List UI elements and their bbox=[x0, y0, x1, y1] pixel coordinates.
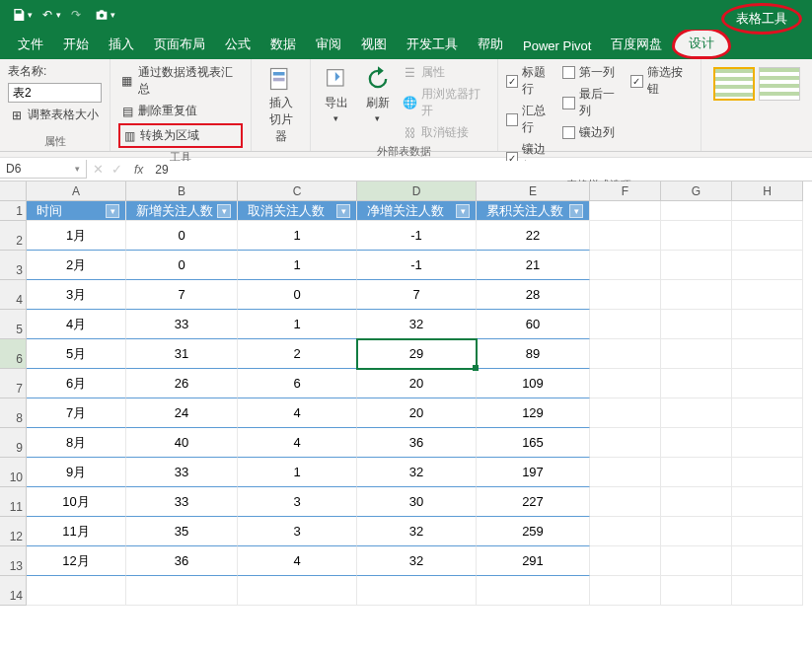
export-button[interactable]: 导出 ▾ bbox=[319, 63, 354, 125]
cell-E8[interactable]: 129 bbox=[477, 398, 590, 428]
cell-A10[interactable]: 9月 bbox=[27, 458, 126, 487]
cell-D6[interactable]: 29 bbox=[357, 339, 477, 369]
column-header-F[interactable]: F bbox=[590, 181, 661, 201]
row-header[interactable]: 14 bbox=[0, 576, 27, 606]
redo-icon[interactable]: ↷ bbox=[63, 2, 89, 28]
check-filter-button[interactable]: ✓筛选按钮 bbox=[630, 63, 693, 99]
cell-D10[interactable]: 32 bbox=[357, 458, 477, 487]
name-box[interactable]: D6 ▾ bbox=[0, 160, 87, 179]
cell-G2[interactable] bbox=[661, 221, 732, 251]
cell-B11[interactable]: 33 bbox=[126, 487, 238, 517]
cell-A6[interactable]: 5月 bbox=[27, 339, 126, 369]
cell-C11[interactable]: 3 bbox=[238, 487, 357, 517]
cell-H3[interactable] bbox=[732, 251, 803, 280]
cell-H10[interactable] bbox=[732, 458, 803, 487]
cell-A11[interactable]: 10月 bbox=[27, 487, 126, 517]
row-header[interactable]: 12 bbox=[0, 517, 27, 546]
cell-C1[interactable]: 取消关注人数▾ bbox=[238, 201, 357, 221]
filter-dropdown-icon[interactable]: ▾ bbox=[456, 204, 470, 218]
cell-C5[interactable]: 1 bbox=[238, 310, 357, 339]
cell-A1[interactable]: 时间▾ bbox=[27, 201, 126, 221]
cell-H2[interactable] bbox=[732, 221, 803, 251]
tab-review[interactable]: 审阅 bbox=[306, 30, 351, 59]
tab-home[interactable]: 开始 bbox=[53, 30, 99, 59]
cell-D13[interactable]: 32 bbox=[357, 546, 477, 576]
cell-G11[interactable] bbox=[661, 487, 732, 517]
cell-F4[interactable] bbox=[590, 280, 661, 310]
cancel-formula-icon[interactable]: ✕ bbox=[93, 162, 104, 177]
formula-input[interactable]: 29 bbox=[149, 161, 812, 179]
cell-H11[interactable] bbox=[732, 487, 803, 517]
cell-E11[interactable]: 227 bbox=[477, 487, 590, 517]
cell-D1[interactable]: 净增关注人数▾ bbox=[357, 201, 477, 221]
cell-C3[interactable]: 1 bbox=[238, 251, 357, 280]
cell-H5[interactable] bbox=[732, 310, 803, 339]
insert-slicer-button[interactable]: 插入 切片器 bbox=[259, 63, 302, 147]
table-style-thumb[interactable] bbox=[759, 67, 800, 101]
row-header[interactable]: 13 bbox=[0, 546, 27, 576]
summarize-pivot-button[interactable]: ▦ 通过数据透视表汇总 bbox=[118, 63, 243, 99]
cell-C13[interactable]: 4 bbox=[238, 546, 357, 576]
cell-H13[interactable] bbox=[732, 546, 803, 576]
cell-G6[interactable] bbox=[661, 339, 732, 369]
check-last-column[interactable]: 最后一列 bbox=[562, 85, 625, 120]
column-header-H[interactable]: H bbox=[732, 181, 803, 201]
qat-dropdown-icon[interactable]: ▾ bbox=[28, 10, 33, 20]
cell-H14[interactable] bbox=[732, 576, 803, 606]
table-name-input[interactable] bbox=[8, 83, 102, 103]
cell-E2[interactable]: 22 bbox=[477, 221, 590, 251]
cell-E7[interactable]: 109 bbox=[477, 369, 590, 398]
tab-insert[interactable]: 插入 bbox=[99, 30, 144, 59]
cell-B10[interactable]: 33 bbox=[126, 458, 238, 487]
cell-B7[interactable]: 26 bbox=[126, 369, 238, 398]
cell-B12[interactable]: 35 bbox=[126, 517, 238, 546]
cell-E10[interactable]: 197 bbox=[477, 458, 590, 487]
filter-dropdown-icon[interactable]: ▾ bbox=[217, 204, 231, 218]
cell-F14[interactable] bbox=[590, 576, 661, 606]
tab-design[interactable]: 设计 bbox=[672, 28, 731, 59]
cell-H1[interactable] bbox=[732, 201, 803, 221]
tab-help[interactable]: 帮助 bbox=[468, 30, 513, 59]
column-header-D[interactable]: D bbox=[357, 181, 477, 201]
cell-E9[interactable]: 165 bbox=[477, 428, 590, 458]
cell-E1[interactable]: 累积关注人数▾ bbox=[477, 201, 590, 221]
cell-A5[interactable]: 4月 bbox=[27, 310, 126, 339]
cell-G14[interactable] bbox=[661, 576, 732, 606]
cell-A3[interactable]: 2月 bbox=[27, 251, 126, 280]
cell-B2[interactable]: 0 bbox=[126, 221, 238, 251]
cell-A8[interactable]: 7月 bbox=[27, 398, 126, 428]
cell-G10[interactable] bbox=[661, 458, 732, 487]
cell-H8[interactable] bbox=[732, 398, 803, 428]
cell-G13[interactable] bbox=[661, 546, 732, 576]
fx-icon[interactable]: fx bbox=[128, 163, 149, 177]
undo-dropdown-icon[interactable]: ▾ bbox=[56, 10, 61, 20]
cell-B9[interactable]: 40 bbox=[126, 428, 238, 458]
tab-data[interactable]: 数据 bbox=[260, 30, 306, 59]
cell-E12[interactable]: 259 bbox=[477, 517, 590, 546]
cell-A4[interactable]: 3月 bbox=[27, 280, 126, 310]
cell-H4[interactable] bbox=[732, 280, 803, 310]
cell-F5[interactable] bbox=[590, 310, 661, 339]
resize-table-button[interactable]: ⊞ 调整表格大小 bbox=[8, 106, 102, 124]
cell-H6[interactable] bbox=[732, 339, 803, 369]
cell-G9[interactable] bbox=[661, 428, 732, 458]
cell-C4[interactable]: 0 bbox=[238, 280, 357, 310]
chevron-down-icon[interactable]: ▾ bbox=[75, 164, 80, 174]
row-header[interactable]: 9 bbox=[0, 428, 27, 458]
cell-F13[interactable] bbox=[590, 546, 661, 576]
cell-B14[interactable] bbox=[126, 576, 238, 606]
cell-B13[interactable]: 36 bbox=[126, 546, 238, 576]
cell-G5[interactable] bbox=[661, 310, 732, 339]
column-header-A[interactable]: A bbox=[27, 181, 126, 201]
row-header[interactable]: 5 bbox=[0, 310, 27, 339]
tab-file[interactable]: 文件 bbox=[8, 30, 53, 59]
row-header[interactable]: 6 bbox=[0, 339, 27, 369]
cell-D3[interactable]: -1 bbox=[357, 251, 477, 280]
cell-H9[interactable] bbox=[732, 428, 803, 458]
cell-F6[interactable] bbox=[590, 339, 661, 369]
refresh-button[interactable]: 刷新 ▾ bbox=[360, 63, 396, 125]
cell-B3[interactable]: 0 bbox=[126, 251, 238, 280]
tab-baidu[interactable]: 百度网盘 bbox=[601, 30, 672, 59]
convert-to-range-button[interactable]: ▥ 转换为区域 bbox=[118, 123, 243, 148]
check-total-row[interactable]: 汇总行 bbox=[506, 102, 556, 137]
